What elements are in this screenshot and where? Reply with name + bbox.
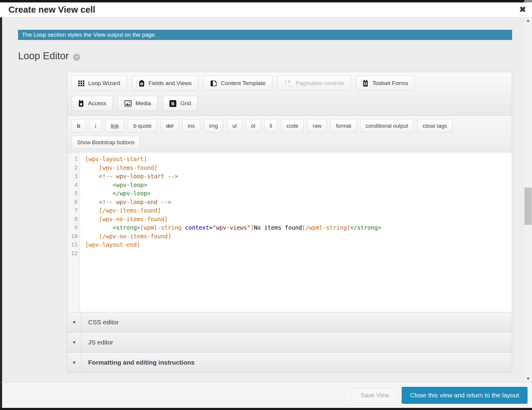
modal-title: Create new View cell xyxy=(8,5,95,15)
button-label: Toolset Forms xyxy=(372,80,408,87)
line-number-gutter: 1 2 3 4 5 6 7 8 9 10 11 12 xyxy=(67,152,80,312)
line-number: 12 xyxy=(67,249,78,258)
line-number: 11 xyxy=(67,240,78,249)
code-lines: [wpv-layout-start] [wpv-items-found] <!-… xyxy=(80,152,512,312)
code-line: [wpv-no-items-found] xyxy=(85,215,512,224)
grid-icon xyxy=(78,80,84,86)
loop-editor-container: Loop Wizard Fields xyxy=(67,72,512,373)
notice-bar: The Loop section styles the View output … xyxy=(18,30,512,40)
bootstrap-toggle-row: Show Bootstrap buttons xyxy=(72,136,508,149)
quicktag-del-button[interactable]: del xyxy=(161,119,179,133)
code-line xyxy=(85,249,512,258)
line-number: 3 xyxy=(67,172,78,181)
quicktag-img-button[interactable]: img xyxy=(204,119,223,133)
pagination-icon: 19 ←→ xyxy=(284,79,292,87)
quicktag-li-button[interactable]: li xyxy=(264,119,277,133)
line-number: 10 xyxy=(67,232,78,241)
css-editor-panel-toggle[interactable]: ▼ CSS editor xyxy=(67,312,512,332)
content-template-button[interactable]: Content Template xyxy=(203,76,272,91)
line-number: 7 xyxy=(67,206,78,215)
code-line: [wpv-items-found] xyxy=(85,164,512,172)
code-line: <!-- wpv-loop-start --> xyxy=(85,172,512,181)
js-editor-panel-toggle[interactable]: ▼ JS editor xyxy=(67,332,512,352)
code-line: [/wpv-no-items-found] xyxy=(85,232,512,241)
close-icon[interactable]: ✖ xyxy=(517,5,528,14)
formatting-instructions-panel-toggle[interactable]: ▼ Formatting and editing instructions xyxy=(67,352,512,372)
quicktag-conditional-output-button[interactable]: conditional output xyxy=(360,119,413,133)
quicktag-close-tags-button[interactable]: close tags xyxy=(417,119,452,133)
line-number: 1 xyxy=(67,155,78,164)
pagination-controls-button: 19 ←→ Pagination controls xyxy=(277,76,351,91)
toolbar-row-1: Loop Wizard Fields xyxy=(72,76,508,91)
loop-code-editor[interactable]: 1 2 3 4 5 6 7 8 9 10 11 12 [wpv-la xyxy=(67,152,512,312)
custom-field-eye-icon xyxy=(139,80,145,87)
modal-scroll-content: The Loop section styles the View output … xyxy=(2,17,524,382)
bootstrap-icon: B xyxy=(169,100,176,107)
access-lock-icon xyxy=(78,100,84,107)
quicktags-row: b i link b-quote del ins img ul ol li co… xyxy=(72,119,508,133)
editor-panels: ▼ CSS editor ▼ JS editor ▼ Formatting an… xyxy=(67,312,512,372)
save-view-button: Save View xyxy=(352,388,398,403)
chevron-down-icon[interactable]: ▼ xyxy=(67,353,81,372)
quicktag-bold-button[interactable]: b xyxy=(72,119,86,133)
code-line: [wpv-layout-end] xyxy=(85,240,512,249)
toolset-forms-button[interactable]: Toolset Forms xyxy=(356,76,415,91)
close-view-return-button[interactable]: Close this view and return to the layout xyxy=(402,387,527,404)
quicktag-code-button[interactable]: code xyxy=(281,119,304,133)
button-label: Access xyxy=(88,100,106,107)
loop-editor-heading-row: Loop Editor ? xyxy=(18,49,524,63)
scroll-up-icon[interactable]: ▲ xyxy=(524,18,532,23)
editor-toolbar: Loop Wizard Fields xyxy=(67,72,512,115)
quicktags-toolbar: b i link b-quote del ins img ul ol li co… xyxy=(67,115,512,152)
quicktag-ins-button[interactable]: ins xyxy=(182,119,200,133)
image-icon xyxy=(125,100,131,106)
toolbar-row-2: Access Media xyxy=(72,96,508,111)
quicktag-link-button[interactable]: link xyxy=(105,119,124,133)
line-number: 5 xyxy=(67,189,78,198)
line-number: 9 xyxy=(67,223,78,232)
code-line: <!-- wpv-loop-end --> xyxy=(85,198,512,207)
line-number: 6 xyxy=(67,198,78,207)
button-label: Grid xyxy=(180,100,191,107)
help-icon[interactable]: ? xyxy=(73,54,80,61)
code-line: [/wpv-items-found] xyxy=(85,206,512,215)
media-button[interactable]: Media xyxy=(118,96,158,111)
scroll-down-icon[interactable]: ▼ xyxy=(524,376,532,381)
fields-and-views-button[interactable]: Fields and Views xyxy=(132,76,198,91)
quicktag-format-button[interactable]: format xyxy=(330,119,357,133)
quicktag-ul-button[interactable]: ul xyxy=(227,119,242,133)
chevron-down-icon[interactable]: ▼ xyxy=(67,312,81,332)
create-view-cell-modal: Create new View cell ✖ The Loop section … xyxy=(0,0,532,410)
show-bootstrap-buttons-button[interactable]: Show Bootstrap buttons xyxy=(72,136,140,149)
quicktag-italic-button[interactable]: i xyxy=(89,119,102,133)
line-number: 8 xyxy=(67,215,78,224)
button-label: Content Template xyxy=(221,80,266,87)
button-label: Fields and Views xyxy=(149,80,192,87)
modal-titlebar: Create new View cell ✖ xyxy=(0,2,532,17)
code-line: [wpv-layout-start] xyxy=(85,155,512,164)
code-line: </wpv-loop> xyxy=(85,189,512,198)
modal-body: The Loop section styles the View output … xyxy=(0,17,532,383)
code-line: <wpv-loop> xyxy=(85,181,512,189)
button-label: Pagination controls xyxy=(296,80,345,87)
quicktag-bquote-button[interactable]: b-quote xyxy=(128,119,157,133)
code-line: <strong>[wpml-string context="wpv-views"… xyxy=(85,223,512,232)
grid-bootstrap-button[interactable]: B Grid xyxy=(163,96,198,111)
line-number: 2 xyxy=(67,164,78,172)
panel-label: JS editor xyxy=(81,332,113,352)
chevron-down-icon[interactable]: ▼ xyxy=(67,332,81,352)
window-bottom-edge xyxy=(0,408,532,410)
modal-footer: Save View Close this view and return to … xyxy=(0,383,532,408)
line-number: 4 xyxy=(67,181,78,189)
access-button[interactable]: Access xyxy=(72,96,113,111)
forms-stack-icon xyxy=(363,80,368,87)
vertical-scrollbar[interactable]: ▲ ▼ xyxy=(524,17,532,382)
quicktag-ol-button[interactable]: ol xyxy=(246,119,261,133)
quicktag-raw-button[interactable]: raw xyxy=(307,119,327,133)
scrollbar-thumb[interactable] xyxy=(524,188,532,225)
loop-wizard-button[interactable]: Loop Wizard xyxy=(72,76,127,91)
window-top-edge xyxy=(0,0,532,2)
panel-label: CSS editor xyxy=(81,312,119,332)
window-top-corner xyxy=(524,0,532,2)
page-title: Loop Editor xyxy=(18,50,69,62)
